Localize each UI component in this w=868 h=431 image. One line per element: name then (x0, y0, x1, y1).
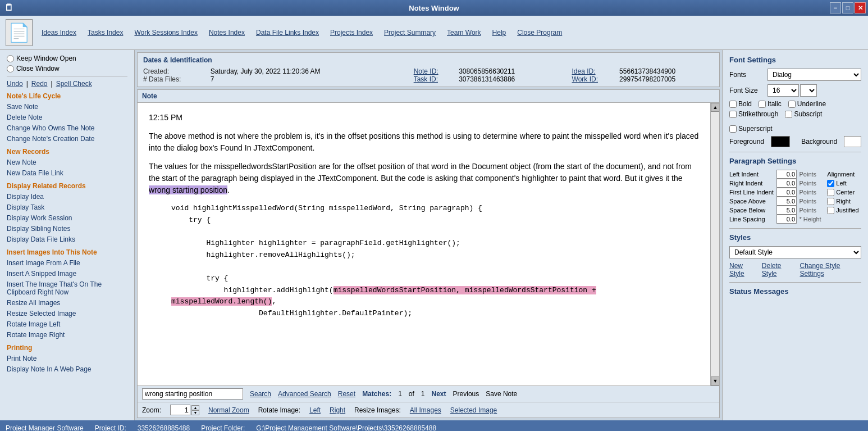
right-indent-label: Right Indent (729, 179, 776, 188)
close-window-radio[interactable]: Close Window (7, 65, 127, 72)
sidebar-item-change-owner[interactable]: Change Who Owns The Note (7, 124, 127, 133)
note-id-label[interactable]: Note ID: (414, 67, 459, 75)
minimize-button[interactable]: − (830, 2, 841, 13)
work-id-label[interactable]: Work ID: (572, 75, 620, 83)
keep-window-open-radio[interactable]: Keep Window Open (7, 55, 127, 62)
menu-notes-index[interactable]: Notes Index (209, 29, 245, 37)
right-indent-input[interactable] (776, 179, 797, 188)
spell-check-link[interactable]: Spell Check (56, 80, 92, 88)
sidebar-item-save-note[interactable]: Save Note (7, 102, 127, 111)
line-spacing-input[interactable] (776, 215, 797, 224)
styles-actions: New Style Delete Style Change Style Sett… (729, 262, 861, 278)
normal-zoom-button[interactable]: Normal Zoom (208, 406, 249, 414)
change-style-settings-button[interactable]: Change Style Settings (800, 262, 862, 278)
menu-work-sessions-index[interactable]: Work Sessions Index (134, 29, 198, 37)
menu-project-summary[interactable]: Project Summary (384, 29, 436, 37)
save-note-button[interactable]: Save Note (486, 390, 517, 398)
justified-align-checkbox[interactable]: Justified (827, 207, 861, 214)
idea-id-label[interactable]: Idea ID: (572, 67, 620, 75)
sidebar-item-display-web[interactable]: Display Note In A Web Page (7, 365, 127, 374)
menu-help[interactable]: Help (492, 29, 506, 37)
center-align-checkbox[interactable]: Center (827, 189, 861, 196)
note-header: Note (138, 90, 719, 103)
sidebar-item-insert-snipped-image[interactable]: Insert A Snipped Image (7, 269, 127, 278)
zoom-input[interactable] (170, 405, 190, 415)
subscript-checkbox[interactable]: Subscript (785, 110, 822, 118)
all-images-button[interactable]: All Images (410, 406, 441, 414)
restore-button[interactable]: □ (842, 2, 853, 13)
note-content-wrapper: 12:15 PM The above method is not where t… (138, 103, 719, 385)
underline-checkbox[interactable]: Underline (788, 100, 826, 108)
zoom-down-button[interactable]: ▼ (191, 410, 199, 415)
delete-style-button[interactable]: Delete Style (762, 262, 796, 278)
rotate-right-button[interactable]: Right (330, 406, 345, 414)
first-line-indent-input[interactable] (776, 188, 797, 197)
space-above-input[interactable] (776, 197, 797, 206)
sidebar-item-rotate-right[interactable]: Rotate Image Right (7, 330, 127, 339)
advanced-search-button[interactable]: Advanced Search (278, 390, 331, 398)
foreground-color-box[interactable] (771, 136, 790, 147)
menu-team-work[interactable]: Team Work (447, 29, 481, 37)
sidebar: Keep Window Open Close Window Undo | Red… (0, 50, 135, 420)
points-label-5: Points (798, 206, 823, 215)
zoom-up-button[interactable]: ▲ (191, 405, 199, 410)
note-text-area[interactable]: 12:15 PM The above method is not where t… (138, 103, 710, 385)
sidebar-item-display-task[interactable]: Display Task (7, 203, 127, 212)
scroll-up-button[interactable]: ▲ (711, 103, 719, 112)
left-indent-input[interactable] (776, 170, 797, 179)
previous-button[interactable]: Previous (453, 390, 479, 398)
styles-select[interactable]: Default Style (729, 246, 861, 258)
sidebar-item-insert-clipboard-image[interactable]: Insert The Image That's On The Clipboard… (7, 280, 127, 297)
sidebar-item-delete-note[interactable]: Delete Note (7, 113, 127, 122)
sidebar-item-resize-all-images[interactable]: Resize All Images (7, 298, 127, 307)
sidebar-item-rotate-left[interactable]: Rotate Image Left (7, 320, 127, 329)
project-folder-label: Project Folder: (201, 424, 245, 431)
redo-link[interactable]: Redo (31, 80, 48, 88)
sidebar-item-display-sibling-notes[interactable]: Display Sibling Notes (7, 224, 127, 233)
scroll-track[interactable] (711, 112, 719, 376)
menu-tasks-index[interactable]: Tasks Index (88, 29, 123, 37)
fonts-label: Fonts (729, 71, 763, 79)
undo-link[interactable]: Undo (7, 80, 23, 88)
sidebar-item-display-data-file-links[interactable]: Display Data File Links (7, 235, 127, 244)
sidebar-item-insert-image-file[interactable]: Insert Image From A File (7, 258, 127, 267)
points-label-4: Points (798, 197, 823, 206)
strikethrough-checkbox[interactable]: Strikethrough (729, 110, 778, 118)
sidebar-item-display-work-session[interactable]: Display Work Session (7, 214, 127, 223)
divider-2 (729, 228, 861, 229)
space-below-input[interactable] (776, 206, 797, 215)
sidebar-item-new-note[interactable]: New Note (7, 158, 127, 167)
fonts-select[interactable]: Dialog (768, 69, 861, 81)
menu-data-file-links-index[interactable]: Data File Links Index (256, 29, 319, 37)
zoom-input-wrap: ▲ ▼ (170, 405, 199, 415)
resize-images-label: Resize Images: (354, 406, 401, 414)
styles-select-row: Default Style (729, 246, 861, 258)
menu-projects-index[interactable]: Projects Index (330, 29, 373, 37)
font-size-select-2[interactable] (800, 84, 817, 97)
sidebar-item-display-idea[interactable]: Display Idea (7, 192, 127, 201)
right-align-checkbox[interactable]: Right (827, 198, 861, 205)
background-color-box[interactable] (844, 136, 861, 147)
selected-image-button[interactable]: Selected Image (450, 406, 497, 414)
menu-close-program[interactable]: Close Program (517, 29, 562, 37)
sidebar-item-change-creation-date[interactable]: Change Note's Creation Date (7, 134, 127, 143)
next-button[interactable]: Next (432, 390, 446, 398)
rotate-left-button[interactable]: Left (309, 406, 321, 414)
bold-checkbox[interactable]: Bold (729, 100, 752, 108)
left-align-checkbox[interactable]: Left (827, 180, 861, 187)
new-style-button[interactable]: New Style (729, 262, 757, 278)
task-id-value: 307386131463886 (459, 75, 572, 83)
sidebar-item-print-note[interactable]: Print Note (7, 354, 127, 363)
sidebar-item-resize-selected-image[interactable]: Resize Selected Image (7, 309, 127, 318)
italic-checkbox[interactable]: Italic (759, 100, 782, 108)
task-id-label[interactable]: Task ID: (414, 75, 459, 83)
superscript-checkbox[interactable]: Superscript (729, 125, 773, 133)
menu-ideas-index[interactable]: Ideas Index (42, 29, 76, 37)
reset-button[interactable]: Reset (338, 390, 355, 398)
search-button[interactable]: Search (250, 390, 271, 398)
font-size-select[interactable]: 16 (768, 84, 799, 97)
sidebar-item-new-data-file-link[interactable]: New Data File Link (7, 169, 127, 178)
close-button[interactable]: ✕ (855, 2, 866, 13)
scroll-down-button[interactable]: ▼ (711, 376, 719, 385)
search-input[interactable] (142, 388, 243, 400)
